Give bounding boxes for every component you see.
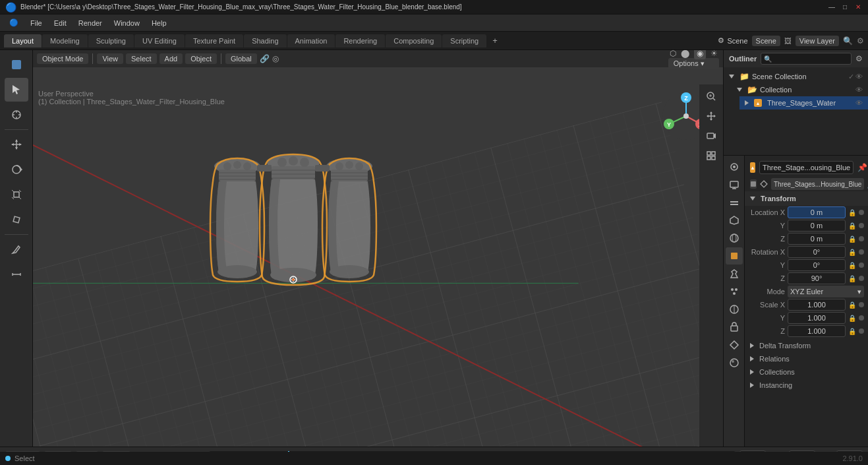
menu-edit[interactable]: Edit (49, 18, 72, 28)
sidebar-annotate-tool[interactable] (5, 237, 28, 261)
location-z-lock[interactable]: 🔒 (848, 235, 856, 243)
location-x-field[interactable]: 0 m (788, 206, 846, 218)
rotation-y-keyframe[interactable] (859, 263, 864, 268)
scale-x-lock[interactable]: 🔒 (848, 301, 856, 309)
location-y-keyframe[interactable] (859, 223, 864, 228)
outliner-scene-collection[interactable]: 📁 Scene Collection ✓ 👁 (724, 70, 868, 83)
scale-y-lock[interactable]: 🔒 (848, 315, 856, 322)
menu-blender[interactable]: 🔵 (4, 17, 24, 28)
tab-rendering[interactable]: Rendering (335, 34, 385, 47)
scale-x-keyframe[interactable] (859, 302, 864, 307)
location-z-keyframe[interactable] (859, 236, 864, 241)
viewport[interactable]: Object Mode View Select Add Object Globa… (33, 50, 723, 447)
viewport-mode-dropdown[interactable]: Object Mode (37, 53, 88, 64)
vis-render-icon[interactable]: ✓ (848, 73, 854, 81)
object-name-input[interactable]: Three_Stage...ousing_Blue (759, 161, 854, 174)
tab-shading[interactable]: Shading (244, 34, 286, 47)
tab-uv-editing[interactable]: UV Editing (134, 34, 185, 47)
prop-render-icon[interactable] (726, 158, 743, 175)
scale-z-lock[interactable]: 🔒 (848, 328, 856, 335)
scale-y-keyframe[interactable] (859, 315, 864, 321)
rotation-x-keyframe[interactable] (859, 249, 864, 255)
menu-render[interactable]: Render (73, 18, 107, 28)
sidebar-select-tool[interactable] (5, 78, 28, 102)
pan-icon[interactable] (702, 107, 720, 125)
sidebar-mode-select[interactable] (5, 53, 28, 77)
scale-x-field[interactable]: 1.000 (788, 299, 846, 311)
location-z-field[interactable]: 0 m (788, 233, 846, 245)
pin-icon[interactable]: 📌 (857, 163, 867, 172)
outliner-collection[interactable]: 📂 Collection 👁 (732, 83, 868, 96)
menu-help[interactable]: Help (146, 18, 172, 28)
viewport-proportional-icon[interactable]: ◎ (272, 54, 279, 63)
instancing-header[interactable]: Instancing (745, 379, 868, 392)
tab-sculpting[interactable]: Sculpting (88, 34, 134, 47)
outliner-object[interactable]: ▲ Three_Stages_Water 👁 (739, 96, 868, 109)
viewport-add-menu[interactable]: Add (159, 53, 183, 64)
rotation-mode-dropdown[interactable]: XYZ Euler ▾ (788, 286, 864, 297)
menu-window[interactable]: Window (109, 18, 145, 28)
viewport-object-menu[interactable]: Object (185, 53, 217, 64)
tab-layout[interactable]: Layout (4, 34, 42, 47)
viewport-options-btn[interactable]: Options ▾ (668, 58, 719, 69)
prop-constraints-icon[interactable] (726, 319, 743, 336)
tab-animation[interactable]: Animation (287, 34, 335, 47)
rotation-z-field[interactable]: 90° (788, 272, 846, 284)
location-y-lock[interactable]: 🔒 (848, 222, 856, 230)
add-workspace-button[interactable]: + (487, 33, 503, 48)
scale-z-field[interactable]: 1.000 (788, 325, 846, 337)
prop-scene-icon[interactable] (726, 212, 743, 229)
prop-object-icon[interactable] (726, 247, 743, 264)
prop-view-layer-icon[interactable] (726, 194, 743, 211)
prop-output-icon[interactable] (726, 176, 743, 193)
tab-scripting[interactable]: Scripting (442, 34, 486, 47)
prop-modifier-icon[interactable] (726, 265, 743, 282)
location-y-field[interactable]: 0 m (788, 220, 846, 232)
viewport-select-menu[interactable]: Select (126, 53, 157, 64)
tab-texture-paint[interactable]: Texture Paint (185, 34, 243, 47)
sidebar-transform-tool[interactable] (5, 208, 28, 232)
object-vis-icon[interactable]: 👁 (855, 99, 863, 107)
rotation-z-keyframe[interactable] (859, 276, 864, 281)
menu-file[interactable]: File (25, 18, 47, 28)
prop-world-icon[interactable] (726, 230, 743, 247)
location-x-keyframe[interactable] (859, 210, 864, 215)
delta-transform-header[interactable]: Delta Transform (745, 339, 868, 352)
sidebar-scale-tool[interactable] (5, 183, 28, 206)
rotation-x-field[interactable]: 0° (788, 246, 846, 258)
sidebar-cursor-tool[interactable] (5, 103, 28, 127)
collection-vis-icon[interactable]: 👁 (855, 86, 863, 94)
relations-header[interactable]: Relations (745, 352, 868, 365)
transform-section-header[interactable]: Transform (745, 191, 868, 206)
rotation-y-field[interactable]: 0° (788, 259, 846, 271)
prop-physics-icon[interactable] (726, 301, 743, 318)
rotation-z-lock[interactable]: 🔒 (848, 275, 856, 282)
vis-viewport-icon[interactable]: 👁 (855, 73, 863, 81)
view-layer-label[interactable]: View Layer (796, 36, 839, 46)
sidebar-move-tool[interactable] (5, 133, 28, 156)
prop-material-icon[interactable] (726, 354, 743, 371)
scene-label[interactable]: Scene (752, 36, 780, 46)
outliner-search[interactable]: 🔍 (761, 53, 852, 65)
sidebar-measure-tool[interactable] (5, 263, 28, 286)
rendered-shading-icon[interactable]: ☀ (710, 50, 718, 58)
engine-selector[interactable]: ⚙ Scene (718, 36, 747, 45)
viewport-canvas[interactable]: User Perspective (1) Collection | Three_… (33, 67, 723, 447)
maximize-button[interactable]: □ (840, 3, 850, 12)
rotation-x-lock[interactable]: 🔒 (848, 249, 856, 256)
filter-icon[interactable]: ⚙ (857, 36, 864, 46)
viewport-snap-icon[interactable]: 🔗 (260, 54, 270, 63)
prop-data-icon[interactable] (726, 336, 743, 354)
solid-shading-icon[interactable]: ⬤ (681, 50, 689, 58)
scale-z-keyframe[interactable] (859, 328, 864, 334)
datablock-dropdown[interactable]: Three_Stages...Housing_Blue (771, 178, 864, 190)
camera-view-icon[interactable] (702, 127, 720, 145)
zoom-icon[interactable] (702, 87, 720, 106)
prop-particles-icon[interactable] (726, 283, 743, 300)
close-button[interactable]: ✕ (854, 3, 863, 12)
location-x-lock[interactable]: 🔒 (848, 209, 856, 216)
outliner-filter-icon[interactable]: ⚙ (855, 54, 863, 63)
tab-compositing[interactable]: Compositing (386, 34, 442, 47)
minimize-button[interactable]: — (827, 3, 836, 12)
sidebar-rotate-tool[interactable] (5, 158, 28, 181)
